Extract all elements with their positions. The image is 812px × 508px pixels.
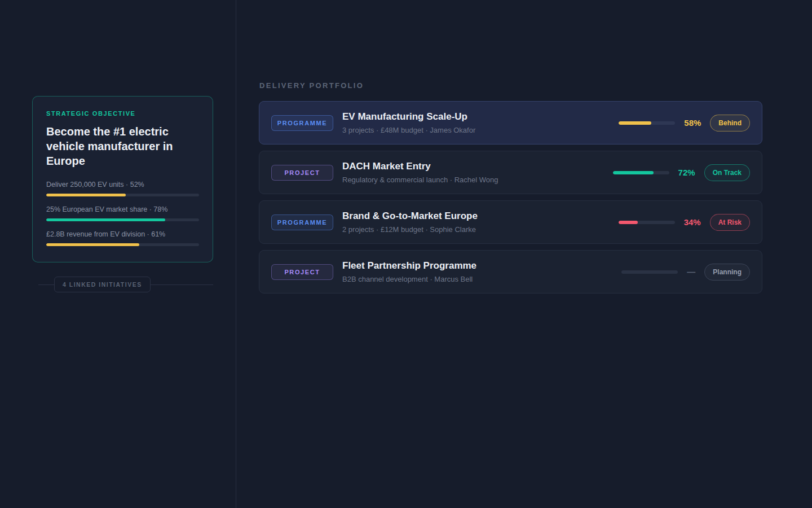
metric-label: £2.8B revenue from EV division · 61% (46, 230, 199, 238)
objective-metric: 25% European EV market share · 78% (46, 205, 199, 221)
progress-track (619, 121, 675, 125)
type-badge: PROJECT (271, 165, 333, 181)
progress-percent: — (687, 267, 695, 277)
metric-progress-track (46, 243, 199, 246)
sidebar: STRATEGIC OBJECTIVE Become the #1 electr… (0, 0, 236, 508)
divider-line (151, 284, 213, 285)
portfolio-card-dach-market-entry[interactable]: PROJECT DACH Market Entry Regulatory & c… (259, 151, 762, 194)
progress-fill (619, 121, 651, 125)
metric-label: Deliver 250,000 EV units · 52% (46, 181, 199, 189)
progress-group: 34% At Risk (619, 214, 750, 231)
card-subtitle: Regulatory & commercial launch · Rachel … (342, 176, 613, 184)
progress-group: 58% Behind (619, 115, 750, 132)
card-text: DACH Market Entry Regulatory & commercia… (342, 161, 613, 184)
objective-metrics: Deliver 250,000 EV units · 52% 25% Europ… (46, 181, 199, 246)
divider-line (38, 284, 54, 285)
linked-initiatives-badge[interactable]: 4 LINKED INITIATIVES (54, 277, 151, 292)
metric-progress-track (46, 194, 199, 196)
type-badge: PROGRAMME (271, 214, 333, 230)
card-subtitle: B2B channel development · Marcus Bell (342, 275, 621, 283)
card-title: Brand & Go-to-Market Europe (342, 211, 619, 222)
card-text: EV Manufacturing Scale-Up 3 projects · £… (342, 111, 619, 134)
status-badge: Behind (710, 115, 750, 132)
delivery-portfolio-panel: DELIVERY PORTFOLIO PROGRAMME EV Manufact… (236, 0, 812, 508)
card-title: Fleet Partnership Programme (342, 260, 621, 271)
progress-fill (613, 171, 654, 174)
metric-progress-fill (46, 194, 126, 196)
delivery-portfolio-heading: DELIVERY PORTFOLIO (259, 81, 762, 90)
metric-label: 25% European EV market share · 78% (46, 205, 199, 213)
strategic-objective-card[interactable]: STRATEGIC OBJECTIVE Become the #1 electr… (32, 96, 213, 262)
progress-group: 72% On Track (613, 164, 750, 181)
card-title: EV Manufacturing Scale-Up (342, 111, 619, 122)
progress-track (619, 221, 675, 224)
type-badge: PROGRAMME (271, 115, 333, 131)
portfolio-card-brand-gtm-europe[interactable]: PROGRAMME Brand & Go-to-Market Europe 2 … (259, 200, 762, 244)
metric-progress-fill (46, 218, 165, 221)
status-badge: Planning (704, 264, 750, 281)
linked-initiatives-divider: 4 LINKED INITIATIVES (32, 277, 213, 292)
card-subtitle: 2 projects · £12M budget · Sophie Clarke (342, 225, 619, 234)
status-badge: At Risk (710, 214, 750, 231)
progress-track (621, 270, 678, 274)
progress-percent: 58% (684, 118, 701, 128)
strategic-objective-title: Become the #1 electric vehicle manufactu… (46, 124, 199, 168)
objective-metric: £2.8B revenue from EV division · 61% (46, 230, 199, 246)
type-badge: PROJECT (271, 264, 333, 280)
card-text: Fleet Partnership Programme B2B channel … (342, 260, 621, 283)
progress-group: — Planning (621, 264, 750, 281)
metric-progress-fill (46, 243, 139, 246)
card-title: DACH Market Entry (342, 161, 613, 172)
progress-fill (619, 221, 638, 224)
status-badge: On Track (704, 164, 750, 181)
metric-progress-track (46, 218, 199, 221)
progress-percent: 34% (684, 217, 701, 227)
card-text: Brand & Go-to-Market Europe 2 projects ·… (342, 211, 619, 234)
card-subtitle: 3 projects · £48M budget · James Okafor (342, 126, 619, 134)
portfolio-card-ev-manufacturing[interactable]: PROGRAMME EV Manufacturing Scale-Up 3 pr… (259, 101, 762, 144)
progress-track (613, 171, 669, 174)
progress-percent: 72% (678, 168, 695, 177)
strategic-objective-label: STRATEGIC OBJECTIVE (46, 110, 199, 117)
portfolio-card-fleet-partnership[interactable]: PROJECT Fleet Partnership Programme B2B … (259, 250, 762, 294)
objective-metric: Deliver 250,000 EV units · 52% (46, 181, 199, 196)
